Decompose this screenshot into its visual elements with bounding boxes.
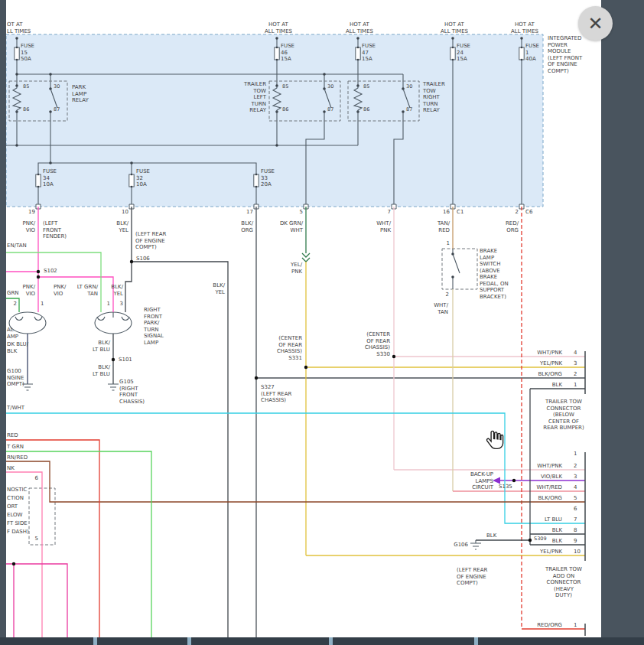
left-front-lamp-symbol: [9, 312, 46, 334]
scrollbar-tick-2: [187, 637, 191, 645]
wire-red: [6, 440, 99, 637]
wire-blk-grounds: [476, 389, 585, 545]
wiring-diagram-canvas[interactable]: [0, 0, 644, 645]
wire-pnk: [6, 472, 42, 637]
wire-lt-blu: [6, 413, 585, 523]
ground-left-lamp-symbol: [22, 384, 33, 390]
right-edge-panel: [601, 0, 644, 645]
wire-wht-pnk: [394, 207, 585, 470]
close-icon: ✕: [587, 15, 603, 33]
wire-vio-blk: [493, 477, 585, 484]
wiring-diagram-viewer: OT AT LL TIMESHOT AT ALL TIMESHOT AT ALL…: [0, 0, 644, 645]
wire-red-org: [522, 207, 585, 629]
wire-lt-grn-tan: [6, 252, 101, 312]
scrollbar-tick-3: [329, 637, 333, 645]
color-change-chevron: [302, 253, 310, 257]
wire-magenta: [6, 564, 67, 637]
wire-lt-grn: [6, 451, 151, 637]
scrollbar-tick-4: [474, 637, 478, 645]
close-button[interactable]: ✕: [578, 6, 613, 41]
right-front-lamp-symbol: [95, 312, 132, 334]
ipm-module: [6, 34, 543, 209]
wire-grn-tan: [6, 298, 19, 312]
scrollbar-tick-1: [93, 637, 97, 645]
wire-blk-yel: [125, 207, 228, 637]
ground-g106-symbol: [470, 540, 481, 549]
ground-g105-symbol: [108, 384, 119, 390]
brake-lamp-switch-symbol: [442, 249, 477, 289]
bottom-scrollbar[interactable]: [0, 637, 644, 645]
backup-circuit-arrow: [493, 477, 500, 484]
wire-yel-pnk: [306, 262, 585, 555]
wire-dk-grn-wht: [302, 207, 310, 262]
left-edge-panel: [0, 0, 6, 645]
wire-pnk-vio: [6, 207, 113, 312]
